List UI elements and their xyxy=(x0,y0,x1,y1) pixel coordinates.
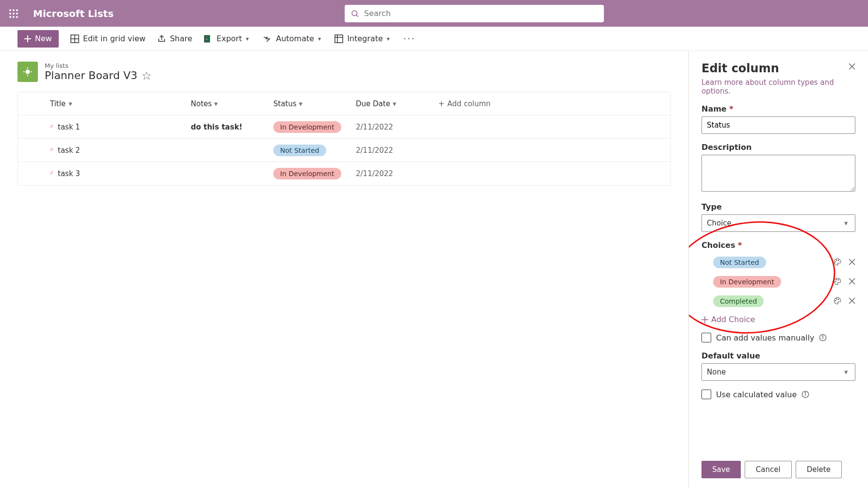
search-box[interactable] xyxy=(345,5,604,22)
new-button[interactable]: New xyxy=(17,30,59,48)
svg-point-60 xyxy=(805,392,806,393)
chevron-down-icon: ▾ xyxy=(387,35,392,42)
svg-point-40 xyxy=(838,260,839,261)
svg-point-44 xyxy=(836,279,837,280)
row-due-date: 2/11/2022 xyxy=(356,169,438,178)
column-header-title[interactable]: Title▾ xyxy=(26,99,191,108)
svg-point-38 xyxy=(835,261,836,262)
default-value-label: Default value xyxy=(701,351,855,360)
svg-text:x: x xyxy=(205,36,209,42)
svg-point-5 xyxy=(16,13,18,15)
automate-button[interactable]: Automate ▾ xyxy=(262,34,323,43)
svg-line-29 xyxy=(50,125,52,127)
status-badge: Not Started xyxy=(273,145,326,156)
delete-button[interactable]: Delete xyxy=(796,461,842,478)
chevron-down-icon: ▾ xyxy=(299,99,303,108)
data-grid: Title▾ Notes ▾ Status ▾ Due Date ▾ +Add … xyxy=(17,92,671,186)
column-header-due[interactable]: Due Date ▾ xyxy=(356,99,438,108)
svg-point-45 xyxy=(838,279,839,280)
save-button[interactable]: Save xyxy=(701,461,741,478)
choice-color-button[interactable] xyxy=(833,296,842,307)
svg-line-10 xyxy=(356,15,358,17)
choice-pill[interactable]: In Development xyxy=(713,276,781,288)
app-launcher-icon[interactable] xyxy=(4,4,23,23)
new-label: New xyxy=(35,34,52,43)
integrate-label: Integrate xyxy=(347,34,383,43)
grid-header-row: Title▾ Notes ▾ Status ▾ Due Date ▾ +Add … xyxy=(18,92,670,115)
learn-more-link[interactable]: Learn more about column types and option… xyxy=(701,78,855,96)
plus-icon xyxy=(701,316,708,323)
svg-point-21 xyxy=(25,69,30,74)
list-logo-icon xyxy=(17,62,38,82)
chevron-down-icon: ▾ xyxy=(393,99,397,108)
svg-point-39 xyxy=(836,260,837,260)
column-name-input[interactable] xyxy=(701,116,855,134)
calculated-value-checkbox[interactable] xyxy=(701,390,711,399)
choices-label: Choices xyxy=(701,241,735,250)
palette-icon xyxy=(833,258,842,266)
svg-point-8 xyxy=(16,16,18,18)
svg-point-1 xyxy=(13,9,15,11)
favorite-star-icon[interactable] xyxy=(142,71,151,80)
manual-values-checkbox[interactable] xyxy=(701,333,711,342)
row-title: task 1 xyxy=(58,123,80,131)
info-icon[interactable] xyxy=(801,390,809,398)
type-label: Type xyxy=(701,202,855,211)
column-description-input[interactable] xyxy=(701,155,855,192)
choice-pill[interactable]: Not Started xyxy=(713,257,766,268)
cancel-button[interactable]: Cancel xyxy=(745,461,792,478)
add-column-button[interactable]: +Add column xyxy=(438,99,663,108)
svg-line-32 xyxy=(50,148,52,150)
suite-bar: Microsoft Lists xyxy=(0,0,868,27)
chevron-down-icon: ▾ xyxy=(214,99,218,108)
integrate-icon xyxy=(334,34,343,43)
column-header-notes[interactable]: Notes ▾ xyxy=(191,99,273,108)
table-row[interactable]: task 2 Not Started 2/11/2022 xyxy=(18,139,670,162)
status-badge: In Development xyxy=(273,168,341,179)
flow-icon xyxy=(262,34,272,43)
status-badge: In Development xyxy=(273,121,341,133)
table-row[interactable]: task 1 do this task! In Development 2/11… xyxy=(18,115,670,139)
export-button[interactable]: x Export ▾ xyxy=(204,34,250,43)
column-header-status[interactable]: Status ▾ xyxy=(273,99,356,108)
svg-point-6 xyxy=(9,16,11,18)
list-title: Planner Board V3 xyxy=(45,69,137,81)
command-bar: New Edit in grid view Share x Export ▾ A… xyxy=(0,27,868,51)
close-icon xyxy=(849,297,855,304)
table-row[interactable]: task 3 In Development 2/11/2022 xyxy=(18,162,670,185)
breadcrumb[interactable]: My lists xyxy=(45,62,151,69)
svg-point-50 xyxy=(838,299,839,300)
chevron-down-icon: ▾ xyxy=(318,35,323,42)
choice-pill[interactable]: Completed xyxy=(713,295,764,307)
choice-remove-button[interactable] xyxy=(849,259,855,267)
choice-remove-button[interactable] xyxy=(849,278,855,286)
row-due-date: 2/11/2022 xyxy=(356,123,438,131)
choice-color-button[interactable] xyxy=(833,277,842,287)
panel-title: Edit column xyxy=(701,62,779,75)
svg-line-35 xyxy=(50,172,52,173)
overflow-button[interactable]: ··· xyxy=(403,33,416,45)
share-icon xyxy=(157,34,166,43)
integrate-button[interactable]: Integrate ▾ xyxy=(334,34,392,43)
share-button[interactable]: Share xyxy=(157,34,192,43)
choice-color-button[interactable] xyxy=(833,258,842,268)
close-panel-button[interactable] xyxy=(849,62,855,72)
chevron-down-icon: ▾ xyxy=(246,35,250,42)
item-burst-icon xyxy=(50,125,55,130)
plus-icon: + xyxy=(438,99,445,108)
close-icon xyxy=(849,63,855,70)
search-input[interactable] xyxy=(364,9,598,18)
default-value-select[interactable]: None ▾ xyxy=(701,363,855,381)
edit-grid-button[interactable]: Edit in grid view xyxy=(70,34,146,43)
palette-icon xyxy=(833,296,842,305)
choice-row: In Development xyxy=(701,272,855,292)
info-icon[interactable] xyxy=(819,334,827,341)
svg-rect-18 xyxy=(335,35,343,43)
add-choice-button[interactable]: Add Choice xyxy=(701,315,855,324)
edit-column-panel: Edit column Learn more about column type… xyxy=(688,51,868,487)
column-type-select[interactable]: Choice ▾ xyxy=(701,214,855,232)
svg-point-2 xyxy=(16,9,18,11)
svg-point-4 xyxy=(13,13,15,15)
calculated-value-label: Use calculated value xyxy=(716,390,797,399)
choice-remove-button[interactable] xyxy=(849,297,855,306)
